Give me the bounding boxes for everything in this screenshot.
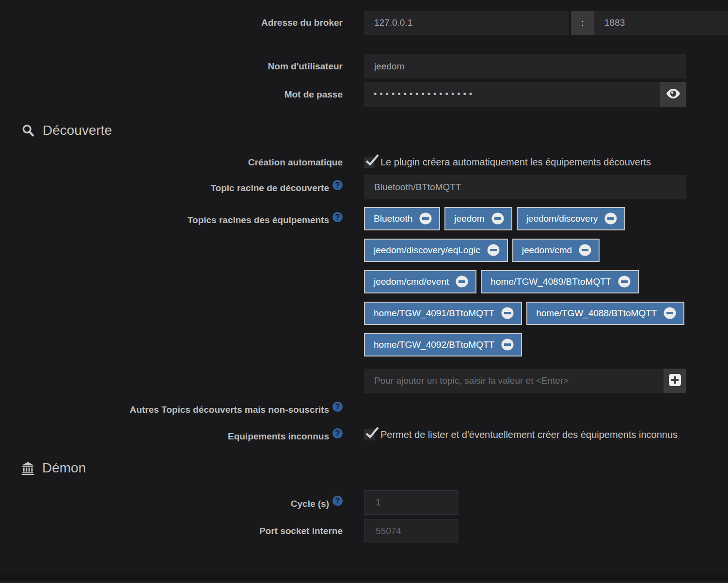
topic-tag-label: jeedom/cmd/event <box>374 276 449 287</box>
topic-tag-label: home/TGW_4092/BTtoMQTT <box>374 340 494 350</box>
root-topic-row: Topic racine de découverte? <box>0 175 728 199</box>
other-topics-row: Autres Topics découverts mais non-souscr… <box>0 402 728 416</box>
topic-tag-label: Bluetooth <box>374 213 412 224</box>
root-topic-label-text: Topic racine de découverte <box>210 183 329 193</box>
topic-tag: home/TGW_4091/BTtoMQTT <box>364 302 522 325</box>
remove-topic-icon[interactable] <box>456 275 468 288</box>
topic-tag-label: home/TGW_4091/BTtoMQTT <box>374 308 494 319</box>
topics-list: Bluetooth jeedom <box>364 207 686 356</box>
check-icon <box>365 426 380 440</box>
auto-creation-label: Création automatique <box>0 157 343 168</box>
username-row: Nom d'utilisateur <box>0 54 728 79</box>
topic-tag: home/TGW_4092/BTtoMQTT <box>364 333 522 356</box>
broker-address-controls: : <box>364 11 728 35</box>
socket-port-label: Port socket interne <box>0 525 343 537</box>
unknown-equipment-checkbox[interactable] <box>364 429 375 440</box>
topic-tag: home/TGW_4089/BTtoMQTT <box>481 270 639 293</box>
auto-creation-row: Création automatique Le plugin créera au… <box>0 157 728 168</box>
help-icon[interactable]: ? <box>332 212 343 222</box>
cycle-control <box>364 490 728 515</box>
unknown-equipment-text: Permet de lister et d'éventuellement cré… <box>380 429 678 440</box>
topic-tag: jeedom/cmd/event <box>364 270 476 293</box>
auto-creation-text: Le plugin créera automatiquement les équ… <box>380 157 651 168</box>
section-discovery: Découverte <box>21 123 728 138</box>
equipment-topics-row: Topics racines des équipements? Bluetoot… <box>0 207 728 356</box>
broker-address-label: Adresse du broker <box>0 17 343 29</box>
remove-topic-icon[interactable] <box>618 275 631 288</box>
help-icon[interactable]: ? <box>332 428 343 438</box>
other-topics-label-text: Autres Topics découverts mais non-souscr… <box>130 405 329 415</box>
broker-address-row: Adresse du broker : <box>0 11 728 35</box>
topic-tag: Bluetooth <box>364 207 440 230</box>
broker-port-input[interactable] <box>594 11 728 35</box>
password-input[interactable] <box>364 82 660 107</box>
unknown-equipment-row: Equipements inconnus? Permet de lister e… <box>0 428 728 442</box>
host-port-separator: : <box>571 11 594 35</box>
cycle-row: Cycle (s)? <box>0 490 728 515</box>
unknown-equipment-label: Equipements inconnus? <box>0 428 343 442</box>
topic-tag: jeedom/discovery <box>517 207 626 230</box>
remove-topic-icon[interactable] <box>419 212 432 225</box>
username-label: Nom d'utilisateur <box>0 61 343 72</box>
socket-port-input <box>364 519 458 543</box>
topic-tag: jeedom/cmd <box>512 239 600 262</box>
socket-port-row: Port socket interne <box>0 519 728 543</box>
topic-tag: jeedom/discovery/eqLogic <box>364 239 508 262</box>
topic-tag-label: jeedom/cmd <box>522 245 572 256</box>
topic-tag-label: jeedom <box>454 213 484 224</box>
bottom-panel-edge <box>0 573 728 583</box>
help-icon[interactable]: ? <box>332 402 343 412</box>
add-topic-row <box>0 369 728 393</box>
unknown-equipment-label-text: Equipements inconnus <box>228 431 329 441</box>
plus-square-icon <box>668 373 681 388</box>
remove-topic-icon[interactable] <box>491 212 504 225</box>
socket-port-control <box>364 519 728 543</box>
remove-topic-icon[interactable] <box>487 244 500 256</box>
remove-topic-icon[interactable] <box>579 244 591 256</box>
cycle-input <box>364 490 458 515</box>
help-icon[interactable]: ? <box>332 496 343 506</box>
root-topic-input[interactable] <box>364 175 686 199</box>
root-topic-control <box>364 175 728 199</box>
broker-address-input[interactable] <box>364 11 569 35</box>
password-label: Mot de passe <box>0 89 343 100</box>
help-icon[interactable]: ? <box>332 180 343 190</box>
topic-tag: jeedom <box>444 207 512 230</box>
password-control <box>364 82 686 107</box>
cycle-label-text: Cycle (s) <box>291 499 329 509</box>
topic-tag: home/TGW_4088/BTtoMQTT <box>526 302 684 325</box>
search-icon <box>21 124 35 137</box>
plugin-config-page: Adresse du broker : Nom d'utilisateur Mo… <box>0 0 728 583</box>
username-control <box>364 54 728 79</box>
remove-topic-icon[interactable] <box>664 307 676 319</box>
auto-creation-checkbox[interactable] <box>364 157 375 168</box>
equipment-topics-label: Topics racines des équipements? <box>0 207 343 226</box>
topic-tag-label: jeedom/discovery/eqLogic <box>374 245 480 256</box>
auto-creation-control: Le plugin créera automatiquement les équ… <box>364 157 728 168</box>
root-topic-label: Topic racine de découverte? <box>0 180 343 194</box>
cycle-label: Cycle (s)? <box>0 496 343 510</box>
remove-topic-icon[interactable] <box>501 339 514 351</box>
bank-icon <box>21 462 34 475</box>
equipment-topics-label-text: Topics racines des équipements <box>188 215 329 225</box>
section-daemon: Démon <box>21 460 728 476</box>
password-row: Mot de passe <box>0 82 728 107</box>
section-daemon-title: Démon <box>42 460 86 476</box>
username-input[interactable] <box>364 54 686 79</box>
remove-topic-icon[interactable] <box>501 307 514 319</box>
topic-tag-label: home/TGW_4088/BTtoMQTT <box>536 308 657 319</box>
remove-topic-icon[interactable] <box>604 212 617 225</box>
check-icon <box>365 154 380 167</box>
add-topic-input[interactable] <box>364 369 664 393</box>
eye-icon <box>666 88 681 100</box>
unknown-equipment-control: Permet de lister et d'éventuellement cré… <box>364 429 728 440</box>
add-topic-button[interactable] <box>664 369 686 393</box>
add-topic-control <box>364 369 686 393</box>
section-discovery-title: Découverte <box>43 123 112 138</box>
other-topics-label: Autres Topics découverts mais non-souscr… <box>0 402 343 416</box>
topic-tag-label: jeedom/discovery <box>526 213 598 224</box>
topic-tag-label: home/TGW_4089/BTtoMQTT <box>491 276 611 287</box>
toggle-password-visibility-button[interactable] <box>660 82 686 107</box>
